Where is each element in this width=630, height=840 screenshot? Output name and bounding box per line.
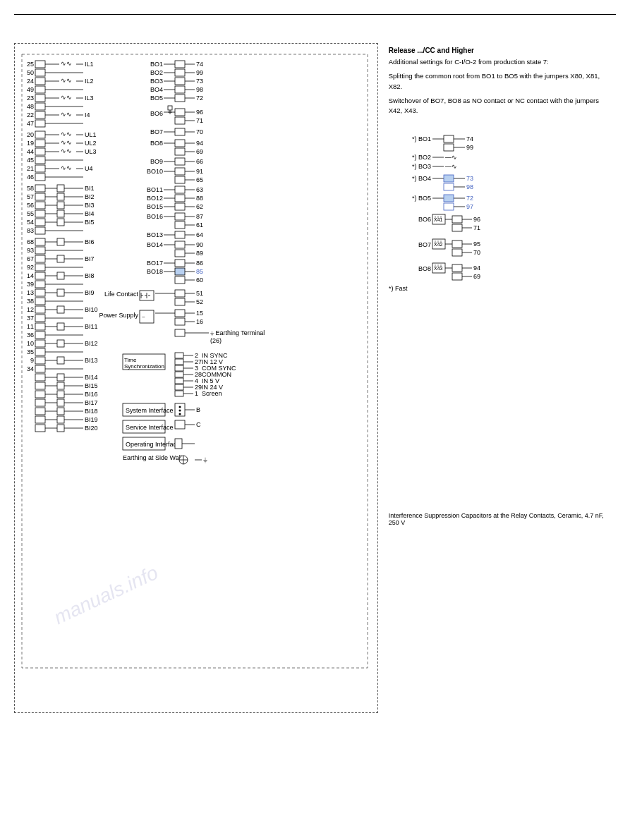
svg-rect-89 — [175, 61, 185, 68]
release-notes-para3: Switchover of BO7, BO8 as NO contact or … — [389, 96, 612, 116]
svg-rect-45 — [35, 357, 45, 364]
svg-text:BI15: BI15 — [85, 382, 98, 389]
svg-text:BO16: BO16 — [147, 213, 163, 220]
svg-text:1: 1 — [195, 390, 198, 397]
svg-rect-284 — [444, 175, 454, 182]
svg-text:BO11: BO11 — [147, 186, 163, 193]
svg-text:⏚: ⏚ — [203, 456, 207, 463]
pin-47: 47 — [27, 120, 34, 127]
svg-rect-261 — [175, 439, 182, 449]
svg-text:14: 14 — [27, 272, 34, 279]
inductor-UL2: ∿∿ — [61, 139, 72, 146]
svg-text:13: 13 — [27, 289, 34, 296]
term-20 — [35, 131, 45, 138]
svg-text:36: 36 — [27, 331, 34, 339]
svg-text:63: 63 — [196, 186, 203, 193]
svg-point-255 — [179, 413, 181, 415]
svg-text:73: 73 — [196, 78, 203, 85]
svg-text:*) BO1: *) BO1 — [412, 135, 431, 142]
inductor-UL1: ∿∿ — [61, 130, 72, 138]
svg-rect-224 — [175, 353, 183, 358]
bottom-note: Interference Suppression Capacitors at t… — [389, 512, 612, 526]
svg-rect-220 — [175, 329, 185, 336]
svg-rect-75 — [57, 408, 64, 415]
svg-text:BO3: BO3 — [150, 78, 163, 85]
svg-rect-70 — [57, 399, 64, 406]
svg-text:B: B — [196, 406, 200, 413]
svg-text:98: 98 — [466, 183, 473, 190]
svg-rect-20 — [57, 306, 64, 313]
svg-text:BO9: BO9 — [150, 158, 163, 165]
pin-44: 44 — [27, 148, 34, 155]
label-service-interface: Service Interface — [126, 424, 174, 431]
term-92 — [35, 264, 45, 271]
svg-text:52: 52 — [196, 298, 203, 305]
svg-rect-53 — [35, 374, 45, 381]
svg-text:65: 65 — [196, 176, 203, 183]
label-IL2: IL2 — [85, 78, 94, 85]
svg-text:—∿: —∿ — [445, 154, 457, 161]
svg-text:35: 35 — [27, 348, 34, 355]
svg-rect-270 — [444, 135, 454, 142]
svg-text:89: 89 — [196, 250, 203, 257]
svg-text:96: 96 — [196, 109, 203, 116]
svg-text:61: 61 — [196, 221, 203, 229]
pin-92: 92 — [27, 264, 34, 271]
inductor-IL3: ∿∿ — [61, 94, 72, 101]
term-25 — [35, 61, 45, 68]
svg-rect-287 — [444, 183, 454, 190]
svg-rect-83 — [35, 425, 45, 432]
svg-text:11: 11 — [27, 323, 34, 330]
svg-rect-51 — [35, 365, 45, 372]
svg-rect-1 — [35, 272, 45, 279]
svg-point-253 — [179, 406, 181, 408]
label-earthing-sidewall: Earthing at Side Wall — [123, 454, 182, 461]
svg-rect-117 — [175, 109, 185, 116]
bi-sym-4 — [57, 210, 64, 217]
svg-text:12: 12 — [27, 306, 34, 313]
svg-text:37: 37 — [27, 315, 34, 322]
inductor-U4: ∿∿ — [61, 164, 72, 171]
inductor-I4: ∿∿ — [61, 111, 72, 118]
svg-rect-73 — [35, 408, 45, 415]
svg-text:85: 85 — [196, 268, 203, 275]
pin-21: 21 — [27, 165, 34, 172]
label-BI7: BI7 — [85, 255, 95, 262]
term-23 — [35, 95, 45, 102]
svg-text:BO8: BO8 — [150, 140, 163, 147]
svg-text:*) BO4: *) BO4 — [412, 175, 431, 182]
svg-rect-55 — [57, 374, 64, 381]
diagram-svg: 25 ∿∿ IL1 50 24 ∿∿ IL2 49 — [18, 51, 371, 700]
term-49 — [35, 86, 45, 93]
pin-68: 68 — [27, 238, 34, 245]
svg-text:*) BO3: *) BO3 — [412, 163, 431, 170]
svg-rect-27 — [35, 323, 45, 330]
svg-rect-130 — [175, 140, 185, 147]
svg-text:16: 16 — [196, 318, 203, 325]
svg-point-254 — [179, 410, 181, 412]
svg-text:99: 99 — [196, 69, 203, 76]
pin-25: 25 — [27, 61, 34, 68]
svg-text:87: 87 — [196, 213, 203, 220]
label-U4: U4 — [85, 165, 93, 172]
svg-text:BI14: BI14 — [85, 374, 98, 381]
svg-text:34: 34 — [27, 365, 34, 372]
svg-rect-174 — [175, 231, 185, 238]
svg-text:BO17: BO17 — [147, 260, 163, 267]
svg-rect-146 — [175, 176, 185, 183]
release-notes-para1: Additional settings for C-I/O-2 from pro… — [389, 57, 612, 67]
svg-rect-308 — [452, 224, 462, 231]
svg-text:71: 71 — [196, 117, 203, 124]
svg-text:71: 71 — [473, 224, 480, 231]
label-I4: I4 — [85, 111, 90, 118]
svg-text:96: 96 — [473, 216, 480, 223]
svg-rect-228 — [175, 359, 183, 365]
svg-rect-29 — [57, 323, 64, 330]
label-BI1: BI1 — [85, 185, 95, 192]
svg-rect-334 — [452, 273, 462, 280]
svg-text:BI18: BI18 — [85, 408, 98, 415]
svg-text:BO7: BO7 — [418, 241, 431, 248]
svg-text:BI10: BI10 — [85, 306, 98, 313]
svg-rect-179 — [175, 241, 185, 248]
svg-text:—∿: —∿ — [445, 163, 457, 170]
